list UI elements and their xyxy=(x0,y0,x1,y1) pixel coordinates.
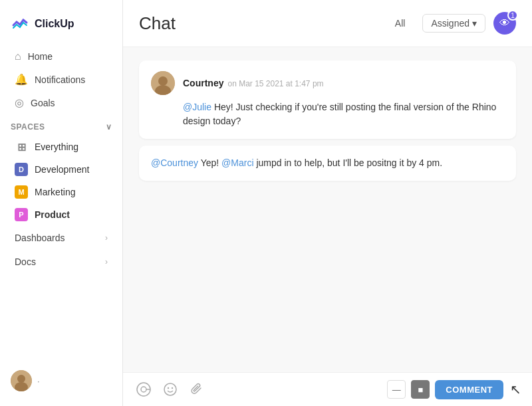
assigned-chevron-icon: ▾ xyxy=(472,18,477,29)
compose-area: — ■ COMMENT ↖ xyxy=(123,372,532,406)
message-header: Courtney on Mar 15 2021 at 1:47 pm xyxy=(151,71,504,95)
spaces-header: Spaces ∨ xyxy=(0,114,122,136)
sidebar-item-notifications[interactable]: 🔔 Notifications xyxy=(4,68,118,91)
comment-button[interactable]: COMMENT xyxy=(435,380,503,399)
mention-julie: @Julie xyxy=(183,102,211,112)
sidebar-item-everything[interactable]: ⊞ Everything xyxy=(4,136,118,158)
message-time: on Mar 15 2021 at 1:47 pm xyxy=(227,79,323,88)
filter-assigned-button[interactable]: Assigned ▾ xyxy=(422,14,485,33)
reply-mention-courtney: @Courtney xyxy=(151,157,198,168)
goals-label: Goals xyxy=(31,98,55,108)
everything-icon: ⊞ xyxy=(15,140,28,153)
message-meta: Courtney on Mar 15 2021 at 1:47 pm xyxy=(183,78,324,88)
sidebar: ClickUp ⌂ Home 🔔 Notifications ◎ Goals S… xyxy=(0,0,123,406)
development-label: Development xyxy=(35,164,90,175)
dashboards-label: Dashboards xyxy=(15,233,65,243)
home-icon: ⌂ xyxy=(15,51,21,62)
development-icon: D xyxy=(15,163,28,176)
eye-badge-button[interactable]: 👁 1 xyxy=(493,12,516,35)
product-icon: P xyxy=(15,208,28,221)
badge-count: 1 xyxy=(507,10,518,21)
compose-icons xyxy=(134,379,207,399)
sidebar-item-home[interactable]: ⌂ Home xyxy=(4,45,118,68)
page-title: Chat xyxy=(139,13,176,34)
svg-point-9 xyxy=(164,383,176,395)
svg-point-1 xyxy=(17,375,25,383)
message-body: @Julie Hey! Just checking if you're stil… xyxy=(183,100,504,128)
notifications-label: Notifications xyxy=(35,74,85,85)
marketing-label: Marketing xyxy=(35,187,75,197)
sidebar-item-marketing[interactable]: M Marketing xyxy=(4,181,118,203)
reply-text2: jumpd in to help, but I'll be positng it… xyxy=(254,157,443,168)
message-author: Courtney xyxy=(183,78,223,88)
chat-area: Courtney on Mar 15 2021 at 1:47 pm @Juli… xyxy=(123,47,532,372)
docs-chevron-icon: › xyxy=(105,257,108,266)
spaces-chevron-icon[interactable]: ∨ xyxy=(106,122,112,132)
avatar[interactable] xyxy=(11,370,32,391)
svg-point-7 xyxy=(141,387,146,392)
header-right: All Assigned ▾ 👁 1 xyxy=(386,12,516,35)
compose-emoji-button[interactable] xyxy=(160,379,180,399)
compose-attach-button[interactable] xyxy=(187,379,207,399)
main-content: Chat All Assigned ▾ 👁 1 xyxy=(123,0,532,406)
spaces-label: Spaces xyxy=(11,122,45,132)
sidebar-bottom: · xyxy=(0,363,122,398)
logo-text: ClickUp xyxy=(35,18,74,30)
reply-text1: Yep! xyxy=(198,157,221,168)
message-body-text: Hey! Just checking if you're still posti… xyxy=(183,102,496,126)
clickup-logo-icon xyxy=(11,13,29,35)
home-label: Home xyxy=(28,51,53,62)
notifications-icon: 🔔 xyxy=(15,73,28,86)
sidebar-item-dashboards[interactable]: Dashboards › xyxy=(4,226,118,250)
compose-small-btn-2[interactable]: ■ xyxy=(411,380,430,399)
svg-point-4 xyxy=(158,76,168,86)
svg-point-11 xyxy=(172,387,173,389)
sidebar-item-development[interactable]: D Development xyxy=(4,158,118,181)
compose-small-btn-1[interactable]: — xyxy=(387,380,406,399)
message-card: Courtney on Mar 15 2021 at 1:47 pm @Juli… xyxy=(139,60,516,139)
product-label: Product xyxy=(35,209,70,220)
chat-header: Chat All Assigned ▾ 👁 1 xyxy=(123,0,532,47)
filter-all-button[interactable]: All xyxy=(386,15,415,32)
compose-at-button[interactable] xyxy=(134,379,154,399)
everything-label: Everything xyxy=(35,142,78,152)
user-menu-dot[interactable]: · xyxy=(37,376,40,386)
marketing-icon: M xyxy=(15,185,28,199)
sidebar-item-product[interactable]: P Product xyxy=(4,203,118,226)
svg-point-10 xyxy=(168,387,169,389)
reply-body: @Courtney Yep! @Marci jumpd in to help, … xyxy=(151,156,504,170)
reply-mention-marci: @Marci xyxy=(221,157,253,168)
sidebar-item-docs[interactable]: Docs › xyxy=(4,250,118,274)
compose-right: — ■ COMMENT ↖ xyxy=(387,380,521,399)
reply-card: @Courtney Yep! @Marci jumpd in to help, … xyxy=(139,146,516,181)
docs-label: Docs xyxy=(15,256,36,267)
logo-area: ClickUp xyxy=(0,8,122,45)
sidebar-item-goals[interactable]: ◎ Goals xyxy=(4,91,118,114)
cursor-icon: ↖ xyxy=(510,381,521,397)
assigned-label: Assigned xyxy=(431,18,469,29)
dashboards-chevron-icon: › xyxy=(105,233,108,243)
courtney-avatar xyxy=(151,71,175,95)
goals-icon: ◎ xyxy=(15,96,24,109)
